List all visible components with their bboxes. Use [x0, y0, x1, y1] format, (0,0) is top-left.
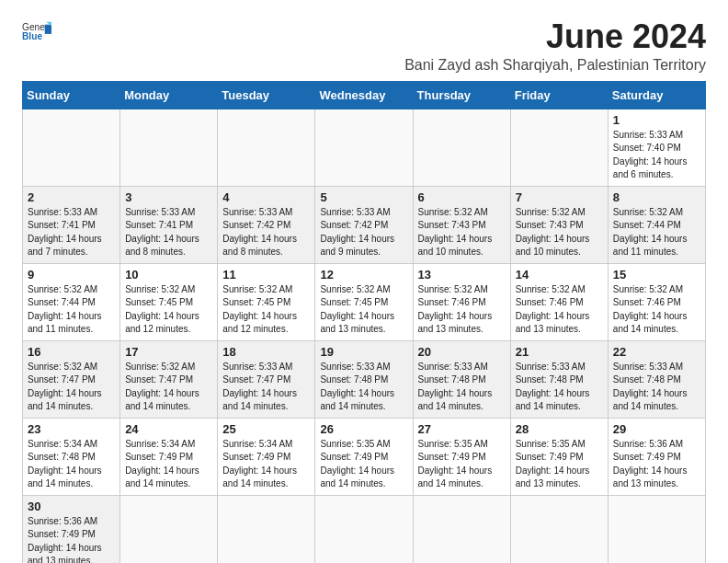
day-number: 9: [28, 268, 115, 282]
day-info: Sunrise: 5:33 AM Sunset: 7:41 PM Dayligh…: [125, 206, 212, 259]
calendar-cell: 14Sunrise: 5:32 AM Sunset: 7:46 PM Dayli…: [510, 263, 608, 340]
weekday-header-saturday: Saturday: [608, 81, 705, 109]
calendar-cell: [413, 109, 510, 186]
calendar-cell: 15Sunrise: 5:32 AM Sunset: 7:46 PM Dayli…: [608, 263, 705, 340]
calendar-cell: 16Sunrise: 5:32 AM Sunset: 7:47 PM Dayli…: [23, 340, 120, 418]
calendar-cell: 27Sunrise: 5:35 AM Sunset: 7:49 PM Dayli…: [413, 418, 510, 495]
day-number: 17: [125, 345, 212, 359]
calendar-cell: 5Sunrise: 5:33 AM Sunset: 7:42 PM Daylig…: [315, 186, 413, 263]
day-number: 4: [222, 190, 310, 204]
calendar-cell: 6Sunrise: 5:32 AM Sunset: 7:43 PM Daylig…: [413, 186, 510, 263]
month-title: June 2024: [404, 18, 706, 55]
calendar-cell: [413, 495, 510, 563]
day-info: Sunrise: 5:33 AM Sunset: 7:42 PM Dayligh…: [222, 206, 310, 259]
weekday-header-wednesday: Wednesday: [315, 81, 413, 109]
calendar-week-row: 30Sunrise: 5:36 AM Sunset: 7:49 PM Dayli…: [23, 495, 706, 563]
day-info: Sunrise: 5:34 AM Sunset: 7:49 PM Dayligh…: [125, 438, 212, 491]
day-number: 29: [613, 422, 700, 436]
day-number: 2: [28, 190, 115, 204]
calendar-cell: 1Sunrise: 5:33 AM Sunset: 7:40 PM Daylig…: [608, 109, 705, 186]
day-number: 7: [516, 190, 603, 204]
calendar-week-row: 1Sunrise: 5:33 AM Sunset: 7:40 PM Daylig…: [23, 109, 706, 186]
day-number: 16: [28, 345, 115, 359]
day-info: Sunrise: 5:32 AM Sunset: 7:45 PM Dayligh…: [125, 283, 212, 337]
location-title: Bani Zayd ash Sharqiyah, Palestinian Ter…: [404, 57, 706, 74]
logo: General Blue: [22, 18, 51, 44]
day-number: 8: [613, 190, 700, 204]
calendar-cell: 9Sunrise: 5:32 AM Sunset: 7:44 PM Daylig…: [23, 263, 120, 340]
calendar-cell: 26Sunrise: 5:35 AM Sunset: 7:49 PM Dayli…: [315, 418, 413, 495]
day-info: Sunrise: 5:36 AM Sunset: 7:49 PM Dayligh…: [28, 515, 115, 563]
calendar-cell: [218, 109, 315, 186]
calendar-cell: 20Sunrise: 5:33 AM Sunset: 7:48 PM Dayli…: [413, 340, 510, 418]
day-info: Sunrise: 5:33 AM Sunset: 7:40 PM Dayligh…: [613, 129, 700, 182]
day-number: 21: [516, 345, 603, 359]
calendar-cell: 19Sunrise: 5:33 AM Sunset: 7:48 PM Dayli…: [315, 340, 413, 418]
day-number: 24: [125, 422, 212, 436]
calendar-cell: 10Sunrise: 5:32 AM Sunset: 7:45 PM Dayli…: [120, 263, 218, 340]
calendar-cell: [23, 109, 120, 186]
day-info: Sunrise: 5:32 AM Sunset: 7:45 PM Dayligh…: [222, 283, 310, 337]
calendar-cell: [218, 495, 315, 563]
calendar-week-row: 23Sunrise: 5:34 AM Sunset: 7:48 PM Dayli…: [23, 418, 706, 495]
calendar-cell: 22Sunrise: 5:33 AM Sunset: 7:48 PM Dayli…: [608, 340, 705, 418]
calendar-week-row: 9Sunrise: 5:32 AM Sunset: 7:44 PM Daylig…: [23, 263, 706, 340]
calendar-cell: [510, 495, 608, 563]
day-number: 18: [222, 345, 310, 359]
calendar-cell: 21Sunrise: 5:33 AM Sunset: 7:48 PM Dayli…: [510, 340, 608, 418]
calendar-cell: 7Sunrise: 5:32 AM Sunset: 7:43 PM Daylig…: [510, 186, 608, 263]
calendar-cell: 2Sunrise: 5:33 AM Sunset: 7:41 PM Daylig…: [23, 186, 120, 263]
day-number: 28: [516, 422, 603, 436]
day-info: Sunrise: 5:32 AM Sunset: 7:43 PM Dayligh…: [418, 206, 506, 259]
day-info: Sunrise: 5:33 AM Sunset: 7:47 PM Dayligh…: [222, 361, 310, 414]
calendar-cell: 3Sunrise: 5:33 AM Sunset: 7:41 PM Daylig…: [120, 186, 218, 263]
day-number: 3: [125, 190, 212, 204]
day-number: 5: [320, 190, 407, 204]
calendar-cell: 17Sunrise: 5:32 AM Sunset: 7:47 PM Dayli…: [120, 340, 218, 418]
day-info: Sunrise: 5:32 AM Sunset: 7:44 PM Dayligh…: [28, 283, 115, 337]
calendar-cell: [510, 109, 608, 186]
day-number: 30: [28, 500, 115, 513]
page-header: General Blue June 2024 Bani Zayd ash Sha…: [22, 18, 706, 74]
day-info: Sunrise: 5:32 AM Sunset: 7:47 PM Dayligh…: [125, 361, 212, 414]
day-info: Sunrise: 5:35 AM Sunset: 7:49 PM Dayligh…: [418, 438, 506, 491]
day-info: Sunrise: 5:36 AM Sunset: 7:49 PM Dayligh…: [613, 438, 700, 491]
calendar-cell: 29Sunrise: 5:36 AM Sunset: 7:49 PM Dayli…: [608, 418, 705, 495]
calendar-cell: [315, 495, 413, 563]
day-number: 15: [613, 268, 700, 282]
calendar-cell: [608, 495, 705, 563]
day-number: 19: [320, 345, 407, 359]
calendar-cell: 25Sunrise: 5:34 AM Sunset: 7:49 PM Dayli…: [218, 418, 315, 495]
day-info: Sunrise: 5:33 AM Sunset: 7:48 PM Dayligh…: [613, 361, 700, 414]
day-number: 26: [320, 422, 407, 436]
weekday-header-monday: Monday: [120, 81, 218, 109]
day-info: Sunrise: 5:34 AM Sunset: 7:49 PM Dayligh…: [222, 438, 310, 491]
calendar-table: SundayMondayTuesdayWednesdayThursdayFrid…: [22, 81, 706, 563]
weekday-header-row: SundayMondayTuesdayWednesdayThursdayFrid…: [23, 81, 706, 109]
day-number: 13: [418, 268, 506, 282]
weekday-header-tuesday: Tuesday: [218, 81, 315, 109]
day-info: Sunrise: 5:35 AM Sunset: 7:49 PM Dayligh…: [516, 438, 603, 491]
day-info: Sunrise: 5:32 AM Sunset: 7:45 PM Dayligh…: [320, 283, 407, 337]
calendar-cell: 24Sunrise: 5:34 AM Sunset: 7:49 PM Dayli…: [120, 418, 218, 495]
calendar-cell: 28Sunrise: 5:35 AM Sunset: 7:49 PM Dayli…: [510, 418, 608, 495]
day-number: 27: [418, 422, 506, 436]
weekday-header-thursday: Thursday: [413, 81, 510, 109]
svg-text:Blue: Blue: [22, 31, 42, 41]
day-number: 22: [613, 345, 700, 359]
calendar-cell: 12Sunrise: 5:32 AM Sunset: 7:45 PM Dayli…: [315, 263, 413, 340]
calendar-cell: [120, 495, 218, 563]
day-number: 1: [613, 113, 700, 127]
day-number: 6: [418, 190, 506, 204]
day-info: Sunrise: 5:32 AM Sunset: 7:43 PM Dayligh…: [516, 206, 603, 259]
calendar-cell: 30Sunrise: 5:36 AM Sunset: 7:49 PM Dayli…: [23, 495, 120, 563]
calendar-cell: 13Sunrise: 5:32 AM Sunset: 7:46 PM Dayli…: [413, 263, 510, 340]
day-info: Sunrise: 5:34 AM Sunset: 7:48 PM Dayligh…: [28, 438, 115, 491]
day-info: Sunrise: 5:32 AM Sunset: 7:46 PM Dayligh…: [613, 283, 700, 337]
calendar-cell: 11Sunrise: 5:32 AM Sunset: 7:45 PM Dayli…: [218, 263, 315, 340]
day-info: Sunrise: 5:32 AM Sunset: 7:46 PM Dayligh…: [418, 283, 506, 337]
calendar-week-row: 16Sunrise: 5:32 AM Sunset: 7:47 PM Dayli…: [23, 340, 706, 418]
day-number: 11: [222, 268, 310, 282]
calendar-week-row: 2Sunrise: 5:33 AM Sunset: 7:41 PM Daylig…: [23, 186, 706, 263]
day-number: 14: [516, 268, 603, 282]
